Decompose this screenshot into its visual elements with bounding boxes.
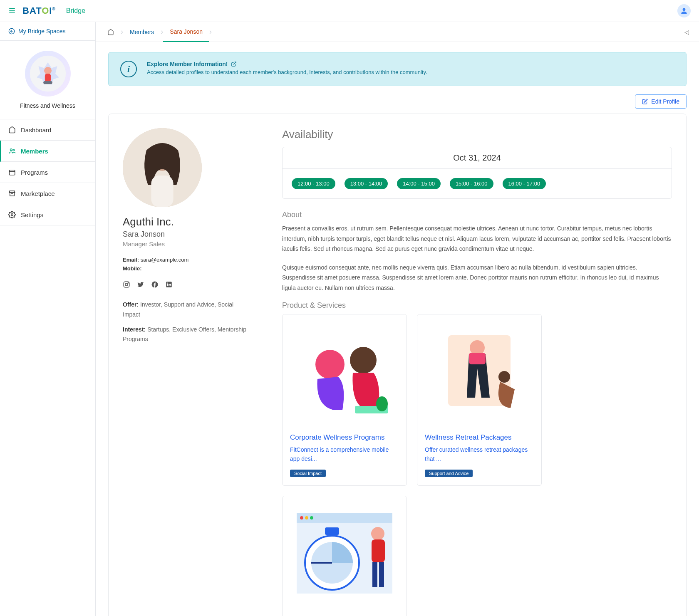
instagram-icon[interactable] xyxy=(123,281,130,288)
product-card[interactable]: Corporate Wellness Programs FitConnect i… xyxy=(282,314,407,486)
sidebar: My Bridge Spaces Fitness and Wellness Da… xyxy=(0,22,96,616)
linkedin-icon[interactable] xyxy=(165,281,173,288)
sidebar-item-settings[interactable]: Settings xyxy=(0,204,95,225)
availability-date: Oct 31, 2024 xyxy=(283,147,672,169)
space-name: Fitness and Wellness xyxy=(5,102,90,109)
info-title: Explore Member Information! xyxy=(147,61,674,67)
person-name: Sara Jonson xyxy=(123,230,252,239)
svg-rect-44 xyxy=(325,527,339,535)
breadcrumb: › Members › Sara Jonson › ◁ xyxy=(96,22,699,42)
hamburger-icon[interactable] xyxy=(8,7,16,15)
space-avatar xyxy=(25,51,71,96)
svg-point-38 xyxy=(305,516,308,520)
sidebar-item-marketplace[interactable]: Marketplace xyxy=(0,183,95,204)
info-icon: i xyxy=(120,61,137,77)
sidebar-item-members[interactable]: Members xyxy=(0,141,95,162)
breadcrumb-members[interactable]: Members xyxy=(123,22,161,42)
product-card[interactable]: Wellness Retreat Packages Offer curated … xyxy=(417,314,542,486)
profile-left: Aguthi Inc. Sara Jonson Manager Sales Em… xyxy=(123,128,252,616)
svg-rect-33 xyxy=(469,353,486,364)
time-slot[interactable]: 12:00 - 13:00 xyxy=(292,178,335,189)
topbar-left: BATOI® Bridge xyxy=(8,5,85,16)
product-title: Wellness Retreat Packages xyxy=(425,433,534,442)
info-content: Explore Member Information! Access detai… xyxy=(147,61,674,75)
twitter-icon[interactable] xyxy=(137,281,144,288)
main: › Members › Sara Jonson › ◁ i Explore Me… xyxy=(96,22,699,616)
home-icon xyxy=(8,126,16,134)
chevron-right-icon: › xyxy=(209,27,212,36)
availability-box: Oct 31, 2024 12:00 - 13:00 13:00 - 14:00… xyxy=(282,147,672,199)
mobile-row: Mobile: xyxy=(123,265,252,272)
profile-right: Availability Oct 31, 2024 12:00 - 13:00 … xyxy=(267,128,672,616)
sidebar-item-label: Settings xyxy=(21,211,43,218)
svg-rect-8 xyxy=(45,74,50,82)
product-tags: Social Impact xyxy=(290,470,399,477)
about-heading: About xyxy=(282,210,672,219)
facebook-icon[interactable] xyxy=(151,281,159,288)
sidebar-item-dashboard[interactable]: Dashboard xyxy=(0,119,95,141)
svg-point-27 xyxy=(350,347,377,374)
edit-profile-button[interactable]: Edit Profile xyxy=(635,94,687,109)
logo-subtitle: Bridge xyxy=(66,7,85,15)
person-role: Manager Sales xyxy=(123,240,252,247)
product-desc: Offer curated wellness retreat packages … xyxy=(425,445,534,464)
svg-line-15 xyxy=(233,62,236,64)
tag: Social Impact xyxy=(290,470,326,477)
space-card: Fitness and Wellness xyxy=(0,41,95,119)
actions-bar: Edit Profile xyxy=(108,94,687,109)
topbar: BATOI® Bridge xyxy=(0,0,699,22)
company-name: Aguthi Inc. xyxy=(123,215,252,228)
store-icon xyxy=(8,190,16,197)
back-label: My Bridge Spaces xyxy=(18,28,66,35)
svg-point-10 xyxy=(10,149,12,151)
users-icon xyxy=(8,147,16,155)
svg-point-21 xyxy=(128,282,129,283)
profile-card: Aguthi Inc. Sara Jonson Manager Sales Em… xyxy=(108,114,687,616)
products-grid: Corporate Wellness Programs FitConnect i… xyxy=(282,314,672,616)
time-slot[interactable]: 16:00 - 17:00 xyxy=(503,178,546,189)
email-row: Email: sara@example.com xyxy=(123,257,252,263)
product-image xyxy=(283,496,407,609)
back-to-spaces[interactable]: My Bridge Spaces xyxy=(0,22,95,41)
availability-heading: Availability xyxy=(282,128,672,141)
gear-icon xyxy=(8,211,16,218)
product-tags: Support and Advice xyxy=(425,470,534,477)
svg-point-7 xyxy=(44,67,52,74)
svg-rect-12 xyxy=(9,170,15,175)
svg-rect-9 xyxy=(43,81,52,84)
user-avatar[interactable] xyxy=(677,4,691,17)
collapse-icon[interactable]: ◁ xyxy=(679,29,694,35)
about-p1: Praesent a convallis eros, ut rutrum sem… xyxy=(282,223,672,254)
products-heading: Product & Services xyxy=(282,301,672,310)
sidebar-item-programs[interactable]: Programs xyxy=(0,162,95,183)
svg-rect-47 xyxy=(372,562,377,587)
svg-point-24 xyxy=(167,283,168,284)
time-slot[interactable]: 15:00 - 16:00 xyxy=(450,178,493,189)
logo[interactable]: BATOI® Bridge xyxy=(22,5,85,16)
svg-rect-46 xyxy=(372,539,385,562)
breadcrumb-current: Sara Jonson xyxy=(163,22,209,42)
time-slot[interactable]: 14:00 - 15:00 xyxy=(397,178,441,189)
about-p2: Quisque euismod consequat ante, nec moll… xyxy=(282,262,672,293)
external-link-icon[interactable] xyxy=(231,61,237,67)
svg-point-14 xyxy=(11,214,13,216)
product-desc: FitConnect is a comprehensive mobile app… xyxy=(290,445,399,464)
svg-point-39 xyxy=(310,516,313,520)
svg-point-34 xyxy=(498,371,510,383)
product-title: Corporate Wellness Programs xyxy=(290,433,399,442)
breadcrumb-home[interactable] xyxy=(101,22,121,42)
content: i Explore Member Information! Access det… xyxy=(96,42,699,616)
info-banner: i Explore Member Information! Access det… xyxy=(108,52,687,86)
time-slot[interactable]: 13:00 - 14:00 xyxy=(345,178,388,189)
svg-point-26 xyxy=(315,350,345,379)
svg-point-20 xyxy=(125,283,128,286)
svg-point-37 xyxy=(300,516,303,520)
breadcrumb-left: › Members › Sara Jonson › xyxy=(101,22,212,42)
svg-rect-18 xyxy=(151,176,173,207)
logo-divider xyxy=(61,7,61,15)
availability-slots: 12:00 - 13:00 13:00 - 14:00 14:00 - 15:0… xyxy=(283,169,672,198)
offer-row: Offer: Investor, Support and Advice, Soc… xyxy=(123,300,252,320)
svg-point-29 xyxy=(376,396,388,411)
product-card[interactable]: FitConnect App FitConnect is a comprehen… xyxy=(282,496,407,616)
sidebar-item-label: Programs xyxy=(21,169,48,176)
